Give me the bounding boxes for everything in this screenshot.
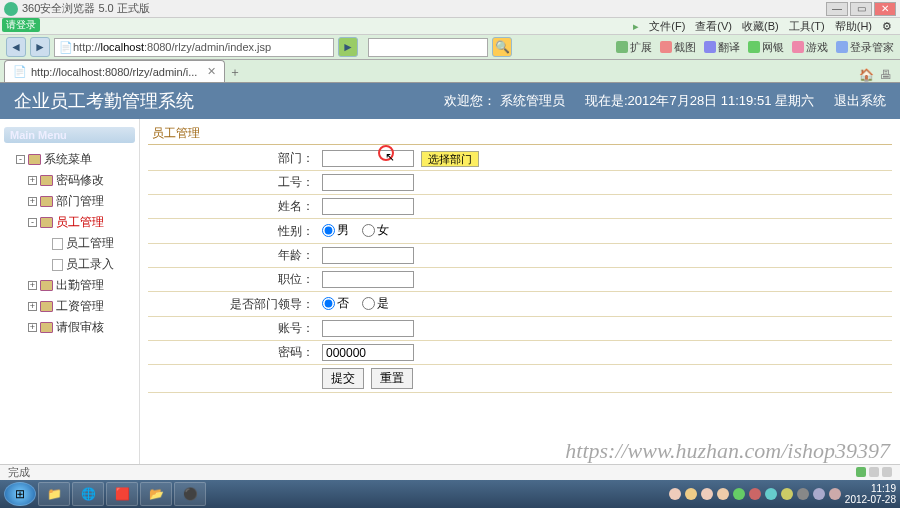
name-input[interactable] xyxy=(322,198,414,215)
current-time: 2012年7月28日 11:19:51 星期六 xyxy=(628,93,814,108)
new-tab-button[interactable]: ＋ xyxy=(225,62,245,82)
search-input[interactable] xyxy=(368,38,488,57)
print-icon[interactable]: 🖶 xyxy=(880,68,892,82)
tool-screenshot[interactable]: 截图 xyxy=(660,40,696,55)
tray-icon[interactable] xyxy=(797,488,809,500)
panel-title: 员工管理 xyxy=(148,123,892,145)
menu-dropdown-icon[interactable]: ▸ xyxy=(633,20,639,33)
position-input[interactable] xyxy=(322,271,414,288)
dept-input[interactable] xyxy=(322,150,414,167)
menu-tools[interactable]: 工具(T) xyxy=(789,19,825,34)
back-button[interactable]: ◄ xyxy=(6,37,26,57)
task-app2[interactable]: 📂 xyxy=(140,482,172,506)
task-app1[interactable]: 🟥 xyxy=(106,482,138,506)
forward-button[interactable]: ► xyxy=(30,37,50,57)
minimize-button[interactable]: — xyxy=(826,2,848,16)
tray-icon[interactable] xyxy=(701,488,713,500)
nav-tree: -系统菜单 +密码修改 +部门管理 -员工管理 员工管理 员工录入 +出勤管理 … xyxy=(4,149,135,338)
password-input[interactable] xyxy=(322,344,414,361)
content-area: 员工管理 部门： 选择部门 工号： 姓名： 性别： 男 女 年龄： 职位： xyxy=(140,119,900,468)
tray-icon[interactable] xyxy=(765,488,777,500)
tray-icon[interactable] xyxy=(717,488,729,500)
sidebar: Main Menu -系统菜单 +密码修改 +部门管理 -员工管理 员工管理 员… xyxy=(0,119,140,468)
tool-bank[interactable]: 网银 xyxy=(748,40,784,55)
browser-toolbar-right: 扩展 截图 翻译 网银 游戏 登录管家 xyxy=(616,40,894,55)
status-text: 完成 xyxy=(8,465,30,480)
gender-female-radio[interactable]: 女 xyxy=(362,222,389,239)
browser-title: 360安全浏览器 5.0 正式版 xyxy=(22,1,150,16)
browser-tab[interactable]: 📄 http://localhost:8080/rlzy/admin/i... … xyxy=(4,60,225,82)
menu-favorites[interactable]: 收藏(B) xyxy=(742,19,779,34)
current-user: 系统管理员 xyxy=(500,93,565,108)
system-tray: 11:19 2012-07-28 xyxy=(669,483,896,505)
page-header: 企业员工考勤管理系统 欢迎您： 系统管理员 现在是:2012年7月28日 11:… xyxy=(0,83,900,119)
tray-icon[interactable] xyxy=(685,488,697,500)
leader-no-radio[interactable]: 否 xyxy=(322,295,349,312)
menu-title: Main Menu xyxy=(4,127,135,143)
browser-statusbar: 完成 xyxy=(0,464,900,480)
menu-help[interactable]: 帮助(H) xyxy=(835,19,872,34)
tab-close-icon[interactable]: ✕ xyxy=(207,65,216,78)
tray-icon[interactable] xyxy=(669,488,681,500)
windows-taskbar: ⊞ 📁 🌐 🟥 📂 ⚫ 11:19 2012-07-28 xyxy=(0,480,900,508)
tray-icon[interactable] xyxy=(829,488,841,500)
page-icon: 📄 xyxy=(59,41,73,54)
gender-male-radio[interactable]: 男 xyxy=(322,222,349,239)
login-badge[interactable]: 请登录 xyxy=(2,18,40,32)
tool-extensions[interactable]: 扩展 xyxy=(616,40,652,55)
select-dept-button[interactable]: 选择部门 xyxy=(421,151,479,167)
employee-form: 部门： 选择部门 工号： 姓名： 性别： 男 女 年龄： 职位： 是否部门领导： xyxy=(148,147,892,393)
browser-tabbar: 📄 http://localhost:8080/rlzy/admin/i... … xyxy=(0,60,900,83)
logout-link[interactable]: 退出系统 xyxy=(834,92,886,110)
home-icon[interactable]: 🏠 xyxy=(859,68,874,82)
tray-icon[interactable] xyxy=(733,488,745,500)
address-bar: ◄ ► 📄 http://localhost:8080/rlzy/admin/i… xyxy=(0,35,900,60)
tray-icon[interactable] xyxy=(749,488,761,500)
age-input[interactable] xyxy=(322,247,414,264)
close-button[interactable]: ✕ xyxy=(874,2,896,16)
start-button[interactable]: ⊞ xyxy=(4,482,36,506)
tray-icon[interactable] xyxy=(813,488,825,500)
menu-options-icon[interactable]: ⚙ xyxy=(882,20,892,33)
sidebar-item-employee-add[interactable]: 员工录入 xyxy=(40,254,135,275)
url-input[interactable]: 📄 http://localhost:8080/rlzy/admin/index… xyxy=(54,38,334,57)
sidebar-item-leave[interactable]: +请假审核 xyxy=(28,317,135,338)
taskbar-clock[interactable]: 11:19 2012-07-28 xyxy=(845,483,896,505)
tab-label: http://localhost:8080/rlzy/admin/i... xyxy=(31,66,197,78)
sidebar-item-salary[interactable]: +工资管理 xyxy=(28,296,135,317)
submit-button[interactable] xyxy=(322,368,364,389)
app-title: 企业员工考勤管理系统 xyxy=(14,89,194,113)
tool-login[interactable]: 登录管家 xyxy=(836,40,894,55)
maximize-button[interactable]: ▭ xyxy=(850,2,872,16)
sidebar-item-dept[interactable]: +部门管理 xyxy=(28,191,135,212)
sidebar-item-attendance[interactable]: +出勤管理 xyxy=(28,275,135,296)
account-input[interactable] xyxy=(322,320,414,337)
task-explorer[interactable]: 📁 xyxy=(38,482,70,506)
tree-root[interactable]: -系统菜单 xyxy=(16,149,135,170)
leader-yes-radio[interactable]: 是 xyxy=(362,295,389,312)
reset-button[interactable] xyxy=(371,368,413,389)
tool-game[interactable]: 游戏 xyxy=(792,40,828,55)
tab-icon: 📄 xyxy=(13,65,27,78)
task-ie[interactable]: 🌐 xyxy=(72,482,104,506)
browser-icon xyxy=(4,2,18,16)
browser-menubar: ▸ 文件(F) 查看(V) 收藏(B) 工具(T) 帮助(H) ⚙ xyxy=(0,18,900,35)
tray-icon[interactable] xyxy=(781,488,793,500)
tool-translate[interactable]: 翻译 xyxy=(704,40,740,55)
sidebar-item-employee[interactable]: -员工管理 xyxy=(28,212,135,233)
task-app3[interactable]: ⚫ xyxy=(174,482,206,506)
browser-titlebar: 360安全浏览器 5.0 正式版 — ▭ ✕ xyxy=(0,0,900,18)
status-right xyxy=(856,467,892,479)
search-button[interactable]: 🔍 xyxy=(492,37,512,57)
empno-input[interactable] xyxy=(322,174,414,191)
menu-view[interactable]: 查看(V) xyxy=(695,19,732,34)
go-button[interactable]: ► xyxy=(338,37,358,57)
sidebar-item-employee-manage[interactable]: 员工管理 xyxy=(40,233,135,254)
window-controls: — ▭ ✕ xyxy=(826,2,896,16)
menu-file[interactable]: 文件(F) xyxy=(649,19,685,34)
sidebar-item-password[interactable]: +密码修改 xyxy=(28,170,135,191)
